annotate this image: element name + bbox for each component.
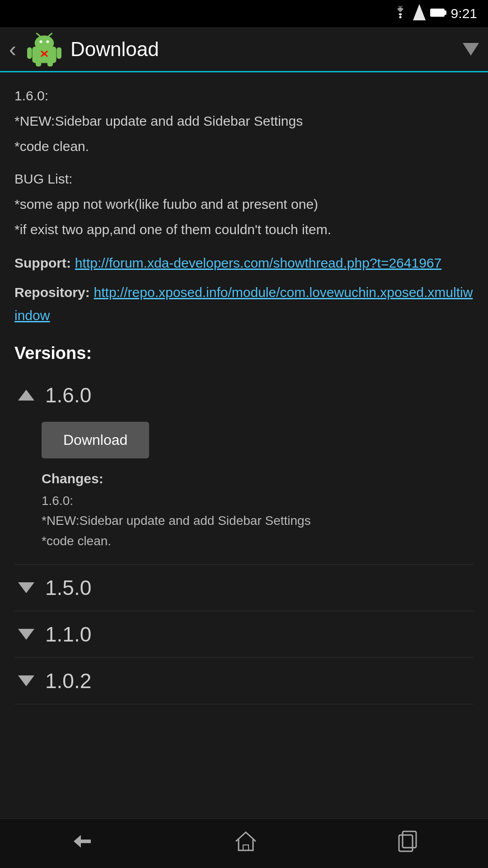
chevron-up-icon bbox=[18, 390, 34, 401]
support-link[interactable]: http://forum.xda-developers.com/showthre… bbox=[75, 255, 441, 270]
version-line: 1.6.0: bbox=[14, 85, 474, 107]
version-header-110[interactable]: 1.1.0 bbox=[14, 611, 474, 657]
svg-rect-18 bbox=[403, 831, 416, 848]
version-item-160: 1.6.0 Download Changes: 1.6.0: *NEW:Side… bbox=[14, 372, 474, 565]
page-title: Download bbox=[70, 38, 454, 61]
code-line: *code clean. bbox=[14, 136, 474, 157]
description-block: 1.6.0: *NEW:Sidebar update and add Sideb… bbox=[14, 85, 474, 327]
svg-rect-3 bbox=[431, 9, 443, 16]
bug-section: BUG List: *some app not work(like fuubo … bbox=[14, 168, 474, 241]
svg-line-10 bbox=[48, 33, 52, 36]
android-logo bbox=[27, 32, 61, 66]
support-section: Support: http://forum.xda-developers.com… bbox=[14, 251, 474, 327]
bug-heading: BUG List: bbox=[14, 168, 474, 190]
battery-icon bbox=[430, 7, 446, 21]
version-header-150[interactable]: 1.5.0 bbox=[14, 565, 474, 611]
svg-rect-14 bbox=[47, 61, 53, 66]
action-bar: ‹ Download bbox=[0, 27, 488, 72]
support-label: Support: bbox=[14, 255, 71, 270]
overflow-menu-icon[interactable] bbox=[463, 43, 479, 56]
svg-rect-4 bbox=[444, 11, 446, 14]
svg-point-8 bbox=[47, 40, 49, 43]
svg-marker-1 bbox=[413, 4, 426, 20]
signal-icon bbox=[413, 4, 426, 24]
back-arrow-icon[interactable]: ‹ bbox=[9, 37, 16, 61]
new-feature-line: *NEW:Sidebar update and add Sidebar Sett… bbox=[14, 110, 474, 132]
version-item-102: 1.0.2 bbox=[14, 658, 474, 704]
chevron-down-icon-110 bbox=[18, 629, 34, 640]
back-nav-icon bbox=[69, 831, 96, 856]
chevron-down-icon-102 bbox=[18, 675, 34, 686]
recents-nav-icon bbox=[395, 830, 419, 858]
versions-heading: Versions: bbox=[14, 344, 474, 363]
wifi-icon bbox=[392, 6, 408, 22]
status-time: 9:21 bbox=[451, 6, 477, 21]
svg-point-7 bbox=[39, 40, 42, 43]
back-nav-button[interactable] bbox=[51, 824, 114, 863]
svg-rect-19 bbox=[399, 835, 413, 851]
recents-nav-button[interactable] bbox=[377, 822, 437, 865]
svg-point-0 bbox=[399, 16, 401, 18]
version-item-150: 1.5.0 bbox=[14, 565, 474, 611]
version-number-160: 1.6.0 bbox=[45, 383, 91, 407]
version-content-160: Download Changes: 1.6.0: *NEW:Sidebar up… bbox=[14, 418, 474, 564]
repository-label: Repository: bbox=[14, 285, 90, 300]
svg-rect-13 bbox=[36, 61, 41, 66]
svg-point-6 bbox=[35, 35, 54, 50]
version-header-102[interactable]: 1.0.2 bbox=[14, 658, 474, 704]
bug-line-1: *some app not work(like fuubo and at pre… bbox=[14, 193, 474, 215]
bottom-nav bbox=[0, 818, 488, 868]
bug-line-2: *if exist two app,and one of them couldn… bbox=[14, 219, 474, 241]
version-item-110: 1.1.0 bbox=[14, 611, 474, 658]
svg-line-9 bbox=[37, 33, 40, 36]
version-header-160[interactable]: 1.6.0 bbox=[14, 372, 474, 418]
version-number-150: 1.5.0 bbox=[45, 576, 91, 600]
chevron-down-icon-150 bbox=[18, 582, 34, 593]
status-bar: 9:21 bbox=[0, 0, 488, 27]
content-area: 1.6.0: *NEW:Sidebar update and add Sideb… bbox=[0, 72, 488, 818]
home-nav-icon bbox=[234, 830, 258, 858]
svg-rect-12 bbox=[56, 47, 61, 59]
status-icons: 9:21 bbox=[392, 4, 477, 24]
changes-label-160: Changes: bbox=[42, 471, 466, 486]
version-number-102: 1.0.2 bbox=[45, 669, 91, 693]
svg-rect-17 bbox=[243, 845, 249, 850]
svg-rect-11 bbox=[27, 47, 32, 59]
version-number-110: 1.1.0 bbox=[45, 622, 91, 646]
download-button-160[interactable]: Download bbox=[42, 422, 149, 458]
changes-text-160: 1.6.0: *NEW:Sidebar update and add Sideb… bbox=[42, 491, 466, 552]
home-nav-button[interactable] bbox=[216, 822, 276, 865]
